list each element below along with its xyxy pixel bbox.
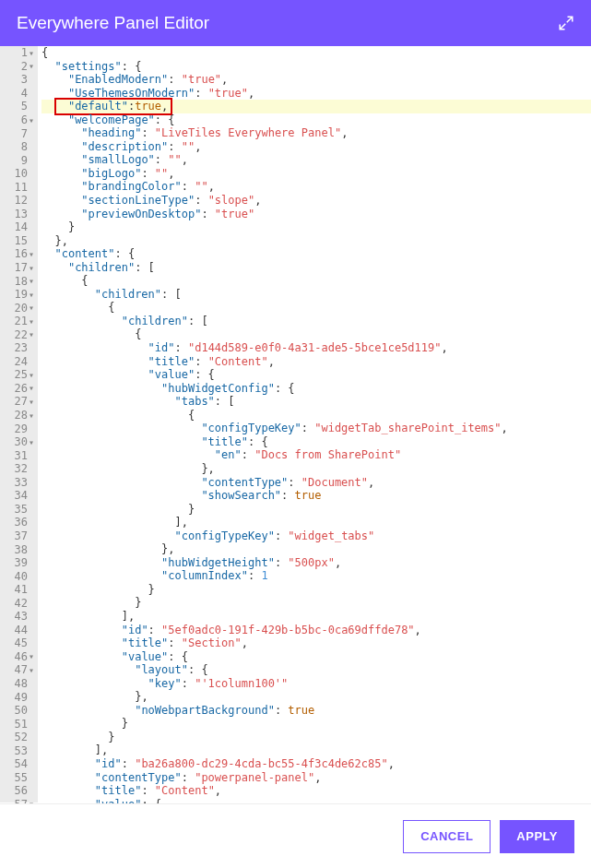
header-title: Everywhere Panel Editor xyxy=(17,13,209,33)
code-line[interactable]: "value": { xyxy=(41,650,591,664)
code-line[interactable]: { xyxy=(41,301,591,315)
code-line[interactable]: "key": "'1column100'" xyxy=(41,677,591,691)
code-line[interactable]: { xyxy=(41,46,591,60)
fold-icon[interactable]: ▾ xyxy=(29,410,36,421)
code-line[interactable]: "bigLogo": "", xyxy=(41,167,591,181)
code-line[interactable]: "columnIndex": 1 xyxy=(41,569,591,583)
code-line[interactable]: }, xyxy=(41,542,591,556)
expand-icon[interactable] xyxy=(558,15,574,31)
code-line[interactable]: "smallLogo": "", xyxy=(41,153,591,167)
gutter-line: 18▾ xyxy=(0,274,38,288)
code-line[interactable]: "configTypeKey": "widget_tabs" xyxy=(41,529,591,543)
code-line[interactable]: { xyxy=(41,327,591,341)
gutter-line: 24 xyxy=(0,355,38,369)
code-line[interactable]: "contentType": "Document", xyxy=(41,476,591,490)
gutter-line: 45 xyxy=(0,636,38,650)
code-line[interactable]: "previewOnDesktop": "true" xyxy=(41,208,591,221)
fold-icon[interactable]: ▾ xyxy=(29,303,36,313)
code-line[interactable]: "title": "Content", xyxy=(41,784,591,798)
code-line[interactable]: "contentType": "powerpanel-panel", xyxy=(41,771,591,785)
code-line[interactable]: "EnabledModern": "true", xyxy=(41,73,591,87)
code-line[interactable]: }, xyxy=(41,462,591,476)
fold-icon[interactable]: ▾ xyxy=(29,263,36,273)
gutter-line: 39 xyxy=(0,556,38,570)
code-line[interactable]: "heading": "LiveTiles Everywhere Panel", xyxy=(41,126,591,140)
gutter-line: 51 xyxy=(0,717,38,731)
code-line[interactable]: "title": "Content", xyxy=(41,355,591,369)
code-line[interactable]: }, xyxy=(41,690,591,704)
fold-icon[interactable]: ▾ xyxy=(29,249,36,259)
gutter-line: 16▾ xyxy=(0,247,38,261)
code-line[interactable]: "settings": { xyxy=(41,60,591,74)
fold-icon[interactable]: ▾ xyxy=(29,290,36,300)
code-line[interactable]: "id": "5ef0adc0-191f-429b-b5bc-0ca69dffd… xyxy=(41,624,591,637)
gutter-line: 36 xyxy=(0,516,38,529)
fold-icon[interactable]: ▾ xyxy=(29,370,36,380)
code-line[interactable]: "children": [ xyxy=(41,315,591,328)
gutter-line: 7 xyxy=(0,126,38,140)
code-editor[interactable]: 1▾2▾3456▾78910111213141516▾17▾18▾19▾20▾2… xyxy=(0,46,591,803)
fold-icon[interactable]: ▾ xyxy=(29,316,36,327)
code-line[interactable]: "hubWidgetConfig": { xyxy=(41,382,591,396)
code-line[interactable]: "title": { xyxy=(41,435,591,449)
code-line[interactable]: "welcomePage": { xyxy=(41,113,591,127)
code-line[interactable]: { xyxy=(41,409,591,422)
fold-icon[interactable]: ▾ xyxy=(29,383,36,393)
code-line[interactable]: "title": "Section", xyxy=(41,636,591,650)
code-line[interactable]: { xyxy=(41,274,591,288)
code-line[interactable]: "value": { xyxy=(41,368,591,382)
code-line[interactable]: "hubWidgetHeight": "500px", xyxy=(41,556,591,570)
code-line[interactable]: "tabs": [ xyxy=(41,395,591,409)
code-area[interactable]: { "settings": { "EnabledModern": "true",… xyxy=(38,46,591,825)
gutter-line: 13 xyxy=(0,208,38,221)
code-line[interactable]: "brandingColor": "", xyxy=(41,180,591,194)
gutter-line: 50 xyxy=(0,704,38,718)
code-line[interactable]: "showSearch": true xyxy=(41,489,591,503)
code-line[interactable]: ], xyxy=(41,610,591,624)
code-line[interactable]: "default":true, xyxy=(41,100,591,113)
gutter-line: 19▾ xyxy=(0,288,38,302)
code-line[interactable]: "description": "", xyxy=(41,140,591,154)
code-line[interactable]: "id": "d144d589-e0f0-4a31-ade5-5bce1ce5d… xyxy=(41,341,591,355)
code-line[interactable]: "content": { xyxy=(41,247,591,261)
code-line[interactable]: "noWebpartBackground": true xyxy=(41,704,591,718)
code-line[interactable]: "children": [ xyxy=(41,288,591,302)
code-line[interactable]: } xyxy=(41,220,591,234)
code-line[interactable]: ], xyxy=(41,743,591,757)
code-line[interactable]: } xyxy=(41,596,591,610)
editor-header: Everywhere Panel Editor xyxy=(0,0,591,46)
fold-icon[interactable]: ▾ xyxy=(29,665,36,675)
fold-icon[interactable]: ▾ xyxy=(29,276,36,286)
gutter-line: 26▾ xyxy=(0,382,38,396)
fold-icon[interactable]: ▾ xyxy=(29,48,36,58)
apply-button[interactable]: APPLY xyxy=(500,820,574,853)
line-gutter: 1▾2▾3456▾78910111213141516▾17▾18▾19▾20▾2… xyxy=(0,46,38,803)
gutter-line: 38 xyxy=(0,542,38,556)
gutter-line: 3 xyxy=(0,73,38,87)
gutter-line: 44 xyxy=(0,624,38,637)
code-line[interactable]: "id": "ba26a800-dc29-4cda-bc55-4f3c4de62… xyxy=(41,757,591,771)
code-line[interactable]: "UseThemesOnModern": "true", xyxy=(41,87,591,101)
fold-icon[interactable]: ▾ xyxy=(29,437,36,447)
fold-icon[interactable]: ▾ xyxy=(29,397,36,407)
gutter-line: 32 xyxy=(0,462,38,476)
fold-icon[interactable]: ▾ xyxy=(29,329,36,339)
code-line[interactable]: "layout": { xyxy=(41,663,591,677)
code-line[interactable]: } xyxy=(41,717,591,731)
cancel-button[interactable]: CANCEL xyxy=(403,820,491,853)
code-line[interactable]: } xyxy=(41,503,591,517)
code-line[interactable]: "children": [ xyxy=(41,261,591,275)
code-line[interactable]: }, xyxy=(41,234,591,248)
code-line[interactable]: ], xyxy=(41,516,591,529)
gutter-line: 1▾ xyxy=(0,46,38,60)
code-line[interactable]: "configTypeKey": "widgetTab_sharePoint_i… xyxy=(41,422,591,435)
fold-icon[interactable]: ▾ xyxy=(29,115,36,125)
code-line[interactable]: "en": "Docs from SharePoint" xyxy=(41,448,591,462)
fold-icon[interactable]: ▾ xyxy=(29,61,36,71)
fold-icon[interactable]: ▾ xyxy=(29,651,36,661)
code-line[interactable]: } xyxy=(41,731,591,744)
code-line[interactable]: } xyxy=(41,583,591,597)
gutter-line: 10 xyxy=(0,167,38,181)
gutter-line: 15 xyxy=(0,234,38,248)
code-line[interactable]: "sectionLineType": "slope", xyxy=(41,194,591,208)
